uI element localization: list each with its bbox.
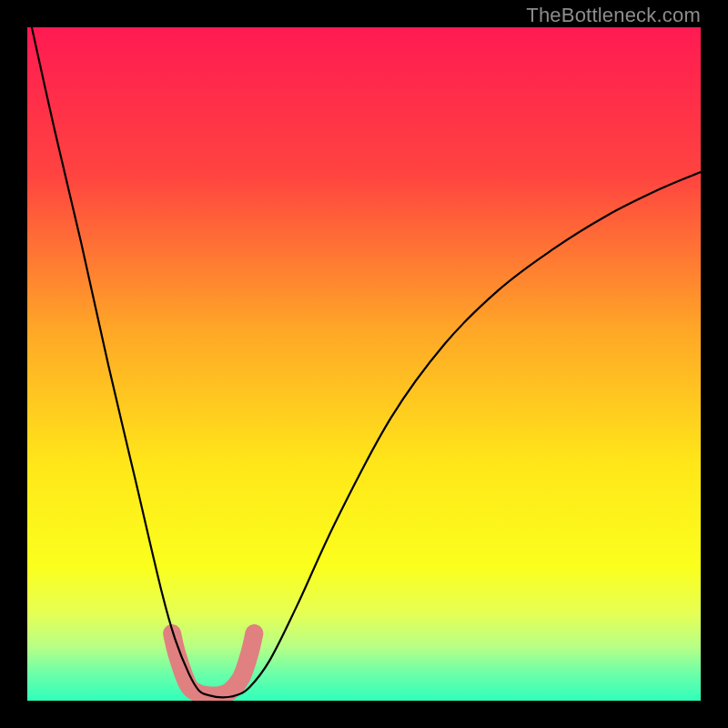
- watermark-text: TheBottleneck.com: [526, 4, 701, 27]
- curve-layer: [27, 27, 701, 701]
- bottleneck-curve: [27, 27, 701, 697]
- chart-frame: TheBottleneck.com: [0, 0, 728, 728]
- plot-area: [27, 27, 701, 701]
